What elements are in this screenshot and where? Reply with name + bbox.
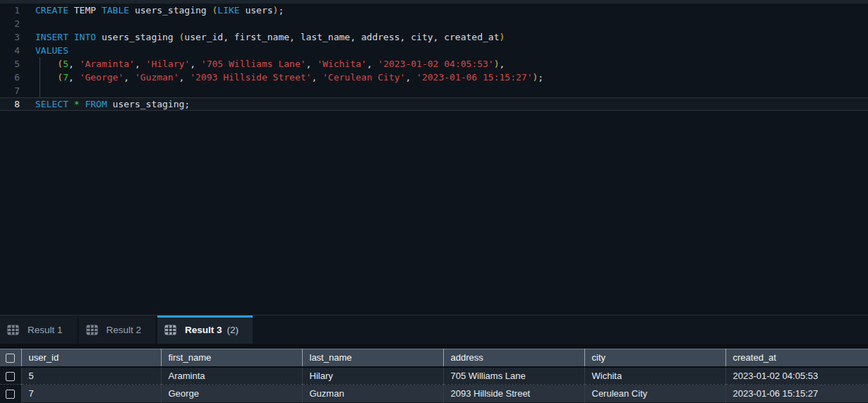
cell-address[interactable]: 705 Williams Lane bbox=[443, 367, 584, 385]
grid-header-row: user_idfirst_namelast_nameaddresscitycre… bbox=[0, 349, 868, 367]
code-token-pl: , bbox=[500, 59, 505, 69]
code-token-st: '2023-01-06 15:15:27' bbox=[416, 72, 532, 83]
row-checkbox-cell bbox=[0, 385, 21, 402]
code-token-pl: users_staging; bbox=[107, 99, 190, 109]
cell-last_name[interactable]: Hilary bbox=[302, 367, 443, 385]
line-number: 1 bbox=[0, 4, 20, 17]
code-token-br: ( bbox=[57, 72, 63, 83]
column-header-created_at[interactable]: created_at bbox=[725, 349, 868, 367]
code-token-pl: users_staging bbox=[129, 5, 212, 16]
code-line[interactable]: 1CREATE TEMP TABLE users_staging (LIKE u… bbox=[0, 4, 868, 17]
line-number: 7 bbox=[0, 84, 20, 97]
cell-user_id[interactable]: 5 bbox=[21, 367, 161, 385]
tab-gap bbox=[0, 344, 868, 349]
code-token-st: '2023-01-02 04:05:53' bbox=[378, 59, 493, 69]
line-number: 4 bbox=[0, 44, 20, 57]
results-tab-bar: Result 1Result 2Result 3(2) bbox=[0, 315, 868, 344]
result-tab-1[interactable]: Result 1 bbox=[0, 315, 77, 344]
code-token-pl: users bbox=[240, 5, 273, 16]
cell-user_id[interactable]: 7 bbox=[21, 385, 161, 402]
code-content: (5, 'Araminta', 'Hilary', '705 Williams … bbox=[35, 57, 505, 71]
cell-city[interactable]: Cerulean City bbox=[584, 385, 725, 402]
code-line[interactable]: 3INSERT INTO users_staging (user_id, fir… bbox=[0, 30, 868, 44]
code-lines: 1CREATE TEMP TABLE users_staging (LIKE u… bbox=[0, 4, 868, 111]
column-header-city[interactable]: city bbox=[584, 349, 725, 367]
row-checkbox[interactable] bbox=[6, 372, 15, 381]
code-token-kw: LIKE bbox=[217, 5, 239, 16]
column-header-first_name[interactable]: first_name bbox=[161, 349, 302, 367]
code-token-st: '705 Williams Lane' bbox=[201, 59, 306, 69]
code-token-pl bbox=[35, 59, 57, 69]
code-token-pl: ; bbox=[538, 72, 543, 83]
select-all-checkbox[interactable] bbox=[6, 354, 15, 363]
code-token-kw: SELECT bbox=[35, 99, 68, 109]
code-line[interactable]: 8SELECT * FROM users_staging; bbox=[0, 97, 868, 111]
line-number: 5 bbox=[0, 57, 20, 71]
line-number: 2 bbox=[0, 17, 20, 30]
line-number: 6 bbox=[0, 71, 20, 84]
result-tab-label: Result 3 bbox=[185, 325, 222, 335]
result-tab-2[interactable]: Result 2 bbox=[79, 315, 156, 344]
row-checkbox[interactable] bbox=[6, 390, 15, 399]
code-token-pl: , bbox=[306, 59, 318, 69]
result-tab-count: (2) bbox=[227, 325, 239, 335]
cell-last_name[interactable]: Guzman bbox=[302, 385, 443, 402]
column-header-address[interactable]: address bbox=[443, 349, 584, 367]
line-number: 8 bbox=[0, 97, 20, 111]
code-line[interactable]: 7 bbox=[0, 84, 868, 97]
code-line[interactable]: 2 bbox=[0, 17, 868, 30]
code-token-kw: CREATE bbox=[35, 5, 68, 16]
code-token-br: ) bbox=[499, 32, 505, 42]
result-tab-3[interactable]: Result 3(2) bbox=[157, 315, 253, 344]
code-token-br: ) bbox=[494, 59, 500, 69]
code-token-pl bbox=[68, 99, 74, 109]
code-token-pl: TEMP bbox=[68, 5, 102, 16]
code-content: INSERT INTO users_staging (user_id, firs… bbox=[35, 30, 505, 44]
code-token-pl: , bbox=[68, 72, 80, 83]
result-tab-label: Result 2 bbox=[107, 325, 142, 335]
code-token-pl: , bbox=[311, 72, 323, 83]
code-token-kw: INTO bbox=[74, 32, 96, 42]
code-token-pl bbox=[68, 32, 74, 42]
table-row: 7GeorgeGuzman2093 Hillside StreetCerulea… bbox=[0, 385, 868, 402]
code-token-nu: * bbox=[74, 99, 80, 109]
table-icon bbox=[86, 325, 98, 335]
code-token-pl: , bbox=[135, 59, 146, 69]
cell-created_at[interactable]: 2023-01-06 15:15:27 bbox=[725, 385, 868, 402]
row-checkbox-cell bbox=[0, 367, 21, 385]
code-token-br: ( bbox=[57, 59, 63, 69]
code-line[interactable]: 4VALUES bbox=[0, 44, 868, 57]
sql-editor[interactable]: 1CREATE TEMP TABLE users_staging (LIKE u… bbox=[0, 0, 868, 315]
code-token-kw: VALUES bbox=[35, 45, 68, 56]
table-icon bbox=[164, 325, 176, 335]
code-token-kw: FROM bbox=[85, 99, 107, 109]
cell-created_at[interactable]: 2023-01-02 04:05:53 bbox=[725, 367, 868, 385]
select-all-header-cell bbox=[0, 349, 21, 367]
code-token-st: 'Araminta' bbox=[80, 59, 135, 69]
results-grid: user_idfirst_namelast_nameaddresscitycre… bbox=[0, 349, 868, 402]
code-token-kw: TABLE bbox=[102, 5, 129, 16]
code-token-pl: , bbox=[68, 59, 80, 69]
code-token-st: 'Hilary' bbox=[146, 59, 191, 69]
code-token-pl: user_id, first_name, last_name, address,… bbox=[184, 32, 499, 42]
code-token-pl bbox=[35, 72, 57, 83]
column-header-user_id[interactable]: user_id bbox=[21, 349, 161, 367]
cell-first_name[interactable]: Araminta bbox=[161, 367, 302, 385]
code-token-pl: , bbox=[123, 72, 135, 83]
code-token-kw: INSERT bbox=[35, 32, 68, 42]
cell-first_name[interactable]: George bbox=[161, 385, 302, 402]
code-token-st: 'Wichita' bbox=[317, 59, 366, 69]
code-token-nu: 7 bbox=[63, 72, 68, 83]
code-content: CREATE TEMP TABLE users_staging (LIKE us… bbox=[35, 4, 284, 17]
column-header-last_name[interactable]: last_name bbox=[302, 349, 443, 367]
code-line[interactable]: 5 (5, 'Araminta', 'Hilary', '705 William… bbox=[0, 57, 868, 71]
table-icon bbox=[7, 325, 19, 335]
cell-city[interactable]: Wichita bbox=[584, 367, 725, 385]
code-token-pl: , bbox=[405, 72, 416, 83]
code-content: SELECT * FROM users_staging; bbox=[35, 97, 190, 111]
code-token-pl: , bbox=[367, 59, 378, 69]
sql-client-window: 1CREATE TEMP TABLE users_staging (LIKE u… bbox=[0, 0, 868, 403]
code-token-pl: ; bbox=[278, 5, 284, 16]
code-line[interactable]: 6 (7, 'George', 'Guzman', '2093 Hillside… bbox=[0, 71, 868, 84]
cell-address[interactable]: 2093 Hillside Street bbox=[443, 385, 584, 402]
